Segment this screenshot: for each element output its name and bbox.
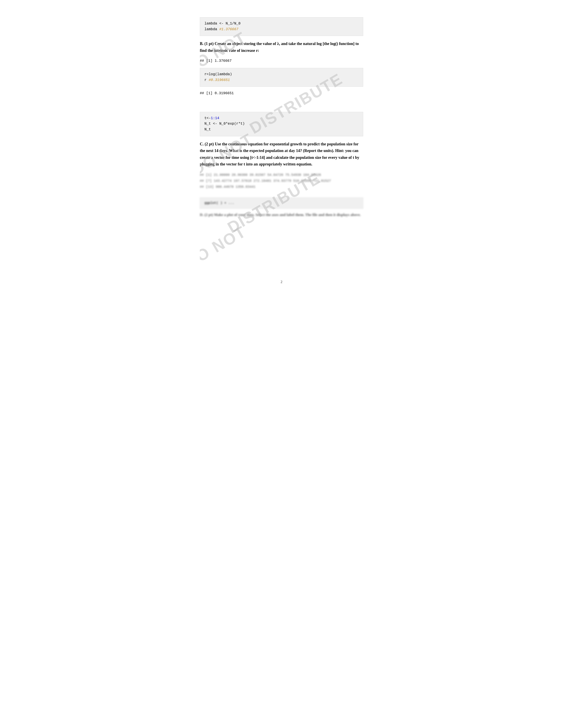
blurred-ggplot-line: ggplot( ) + ... bbox=[204, 201, 234, 205]
code-line-lambda-assign: lambda <- N_1/N_0 bbox=[204, 21, 359, 27]
blurred-output-line-1: ## [1] 21.00000 28.90308 39.81587 54.847… bbox=[200, 172, 363, 178]
code-line-nt-print: N_t bbox=[204, 127, 359, 133]
t-prefix: t<- bbox=[204, 116, 211, 120]
r-comment: #0.3196651 bbox=[209, 78, 230, 82]
question-b: B. (1 pt) Create an object storing the v… bbox=[200, 40, 363, 54]
lambda-comment: #1.376667 bbox=[219, 27, 238, 31]
question-b-label: B. (1 pt) bbox=[200, 41, 214, 46]
code-block-lambda: lambda <- N_1/N_0 lambda #1.376667 bbox=[200, 17, 363, 36]
code-line-r-output: r #0.3196651 bbox=[204, 77, 359, 83]
output-r: ## [1] 0.3196651 bbox=[200, 91, 363, 96]
code-block-nt: t<-1:14 N_t <- N_0*exp(r*t) N_t bbox=[200, 112, 363, 136]
t-range: 1:14 bbox=[211, 116, 219, 120]
code-block-r: r=log(lambda) r #0.3196651 bbox=[200, 68, 363, 87]
blurred-output-line-3: ## [13] 980.44678 1350.83441 bbox=[200, 184, 363, 190]
lambda-prefix: lambda bbox=[204, 27, 219, 31]
code-line-t: t<-1:14 bbox=[204, 116, 359, 121]
question-c: C. (2 pt) Use the continuous equation fo… bbox=[200, 141, 363, 168]
code-line-nt-assign: N_t <- N_0*exp(r*t) bbox=[204, 121, 359, 127]
r-prefix: r bbox=[204, 78, 209, 82]
blurred-output-line-2: ## [7] 143.42774 197.57618 272.18481 374… bbox=[200, 178, 363, 184]
output-lambda: ## [1] 1.376667 bbox=[200, 58, 363, 64]
page-number: 2 bbox=[200, 280, 363, 284]
code-line-lambda-output: lambda #1.376667 bbox=[204, 27, 359, 32]
blurred-question-d-text: D. (2 pt) Make a plot of your data. Sele… bbox=[200, 213, 361, 217]
question-c-label: C. (2 pt) bbox=[200, 142, 214, 146]
question-c-text: Use the continuous equation for exponent… bbox=[200, 142, 359, 167]
blurred-question-d: D. (2 pt) Make a plot of your data. Sele… bbox=[200, 212, 363, 218]
blurred-code-ggplot: ggplot( ) + ... bbox=[200, 197, 363, 209]
question-b-text: Create an object storing the value of λ,… bbox=[200, 41, 359, 53]
code-line-r-assign: r=log(lambda) bbox=[204, 72, 359, 77]
blurred-output-nt: ## [1] 21.00000 28.90308 39.81587 54.847… bbox=[200, 172, 363, 190]
